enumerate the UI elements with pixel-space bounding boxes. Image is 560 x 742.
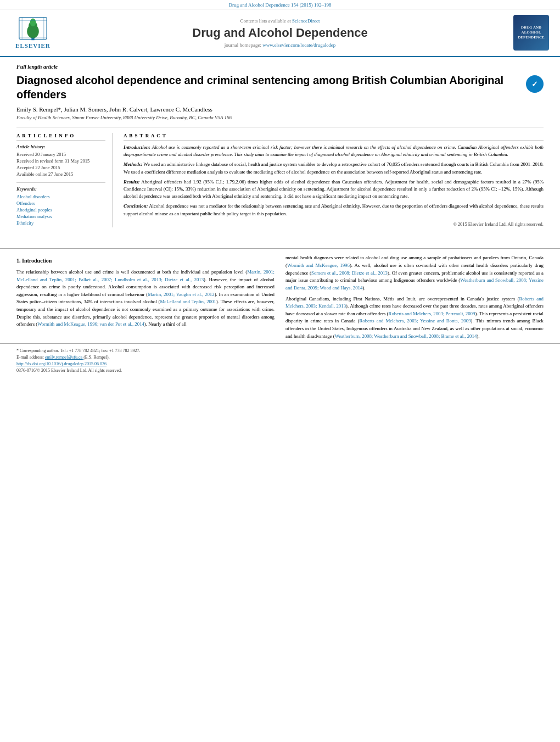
conclusion-label: Conclusion:: [124, 203, 148, 209]
abstract-intro: Introduction: Alcohol use is commonly re…: [124, 144, 544, 158]
ref-kendall2013: Kendall, 2013: [318, 303, 346, 309]
body-col1-para1: The relationship between alcohol use and…: [16, 269, 275, 328]
intro-label: Introduction:: [124, 144, 150, 150]
abstract-methods: Methods: We used an administrative linka…: [124, 161, 544, 175]
abstract-section: A B S T R A C T Introduction: Alcohol us…: [124, 133, 544, 227]
ref-paik2007: Palket al., 2007;: [79, 277, 113, 282]
ref-somers2008: Somers et al., 2008;: [311, 270, 350, 276]
ref-weathersnow2008: Weatherburn and Snowball, 2008;: [374, 333, 440, 339]
affiliation: Faculty of Health Sciences, Simon Fraser…: [16, 115, 544, 120]
article-info: A R T I C L E I N F O Article history: R…: [16, 133, 113, 227]
article-title: Diagnosed alcohol dependence and crimina…: [16, 73, 520, 102]
email-link[interactable]: emily.rempel@sfu.ca: [45, 355, 83, 360]
ref-worm1996: Wormith and McKeague, 1996;: [37, 321, 98, 327]
ref-roberts2003c: Roberts and Melchers, 2003;: [359, 318, 418, 323]
body-col-1: 1. Introduction The relationship between…: [16, 254, 275, 343]
elsevier-logo: ELSEVIER: [11, 16, 55, 49]
authors: Emily S. Rempel*, Julian M. Somers, John…: [16, 106, 544, 113]
body-col2-para1: mental health diagnoses were related to …: [285, 254, 544, 292]
ref-perrault2009: Perreault, 2009: [446, 311, 475, 316]
keyword-1: Alcohol disorders: [16, 194, 105, 199]
elsevier-tree-icon: [16, 16, 49, 41]
footnote-doi: http://dx.doi.org/10.1016/j.drugalcdep.2…: [16, 361, 544, 366]
ref-martin2001b: Martin, 2001;: [148, 292, 175, 297]
history-accepted: Accepted 22 June 2015: [16, 165, 105, 170]
results-label: Results:: [124, 179, 139, 185]
footnote-star: * Corresponding author. Tel.: +1 778 782…: [16, 348, 544, 353]
keyword-3: Aboriginal peoples: [16, 207, 105, 213]
keywords-section: Keywords: Alcohol disorders Offenders Ab…: [16, 182, 105, 226]
ref-vaughn2012: Vaughn et al., 2012: [176, 292, 215, 297]
journal-logo-right: DRUG AND ALCOHOL DEPENDENCE: [505, 15, 549, 51]
section-1-heading: 1. Introduction: [16, 256, 275, 265]
sciencedirect-link: Contents lists available at ScienceDirec…: [55, 18, 505, 24]
abstract-results: Results: Aboriginal offenders had 1.92 (…: [124, 178, 544, 200]
copyright: © 2015 Elsevier Ireland Ltd. All rights …: [124, 221, 544, 228]
ref-dietze2013b: Dietze et al., 2013: [352, 270, 388, 276]
ref-roberts2003b: Roberts and Melchers, 2003;: [389, 311, 445, 316]
keyword-4: Mediation analysis: [16, 214, 105, 219]
elsevier-wordmark: ELSEVIER: [15, 42, 51, 49]
keywords-label: Keywords:: [16, 186, 105, 192]
page-container: Drug and Alcohol Dependence 154 (2015) 1…: [0, 0, 560, 379]
title-with-crossmark: Diagnosed alcohol dependence and crimina…: [16, 73, 544, 106]
footnote-issn: 0376-8716/© 2015 Elsevier Ireland Ltd. A…: [16, 368, 544, 373]
ref-mclel2001: McLelland and Teplin, 2001;: [16, 277, 76, 282]
history-label: Article history:: [16, 144, 105, 149]
footnotes: * Corresponding author. Tel.: +1 778 782…: [0, 343, 560, 379]
history-revised: Received in revised form 31 May 2015: [16, 158, 105, 164]
ref-mclel2001b: McLelland and Teplin, 2001: [160, 299, 216, 304]
journal-header: ELSEVIER Contents lists available at Sci…: [0, 9, 560, 57]
homepage-link: journal homepage: www.elsevier.com/locat…: [55, 42, 505, 48]
intro-text: Alcohol use is commonly reported as a sh…: [124, 144, 544, 157]
methods-text: We used an administrative linkage databa…: [124, 161, 544, 174]
journal-top-bar: Drug and Alcohol Dependence 154 (2015) 1…: [0, 0, 560, 9]
abstract-conclusion: Conclusion: Alcohol dependence was not a…: [124, 203, 544, 217]
ref-weatherburn2008b: Weatherburn, 2008;: [335, 333, 373, 339]
history-received: Received 20 January 2015: [16, 152, 105, 157]
ref-weather2008: Weatherburn and Snowball, 2008;: [460, 277, 527, 283]
methods-label: Methods:: [124, 161, 142, 167]
keyword-5: Ethnicity: [16, 220, 105, 226]
doi-link[interactable]: http://dx.doi.org/10.1016/j.drugalcdep.2…: [16, 361, 107, 366]
abstract-text: Introduction: Alcohol use is commonly re…: [124, 144, 544, 227]
article-type: Full length article: [16, 64, 544, 70]
ref-dietze2013: Dietze et al., 2013: [165, 277, 204, 282]
footnote-email: E-mail address: emily.rempel@sfu.ca (E.S…: [16, 355, 544, 360]
ref-vanderput2014: van der Put et al., 2014: [100, 321, 144, 327]
journal-title-header: Drug and Alcohol Dependence: [55, 26, 505, 40]
main-content: Full length article Diagnosed alcohol de…: [0, 57, 560, 243]
abstract-title: A B S T R A C T: [124, 133, 544, 141]
ref-wood2014: Wood and Hays, 2014: [320, 285, 362, 291]
body-col2-para2: Aboriginal Canadians, including First Na…: [285, 295, 544, 341]
section-divider: [0, 248, 560, 249]
ref-brame2014: Brame et al., 2014: [441, 333, 477, 339]
conclusion-text: Alcohol dependence was not a mediator fo…: [124, 203, 544, 216]
results-text: Aboriginal offenders had 1.92 (95% C.I.;…: [124, 179, 544, 199]
body-columns: 1. Introduction The relationship between…: [0, 254, 560, 343]
ref-worm1996b: Wormith and McKeague, 1996: [287, 263, 350, 268]
article-info-title: A R T I C L E I N F O: [16, 133, 105, 141]
drug-alcohol-badge: DRUG AND ALCOHOL DEPENDENCE: [513, 15, 549, 51]
svg-point-3: [30, 19, 36, 26]
ref-yessine2009b: Yessine and Bonta, 2009: [420, 318, 471, 323]
sciencedirect-anchor[interactable]: ScienceDirect: [292, 18, 320, 24]
info-abstract-grid: A R T I C L E I N F O Article history: R…: [16, 127, 544, 227]
ref-martin2001: Martin, 2001;: [247, 269, 275, 275]
history-online: Available online 27 June 2015: [16, 171, 105, 177]
homepage-anchor[interactable]: www.elsevier.com/locate/drugalcdep: [262, 42, 335, 48]
keyword-2: Offenders: [16, 200, 105, 206]
journal-ref: Drug and Alcohol Dependence 154 (2015) 1…: [229, 2, 332, 8]
ref-lund2013: Lundholm et al., 2013;: [115, 277, 163, 282]
crossmark-badge: ✓: [526, 75, 544, 93]
journal-center: Contents lists available at ScienceDirec…: [55, 18, 505, 48]
body-col-2: mental health diagnoses were related to …: [285, 254, 544, 343]
